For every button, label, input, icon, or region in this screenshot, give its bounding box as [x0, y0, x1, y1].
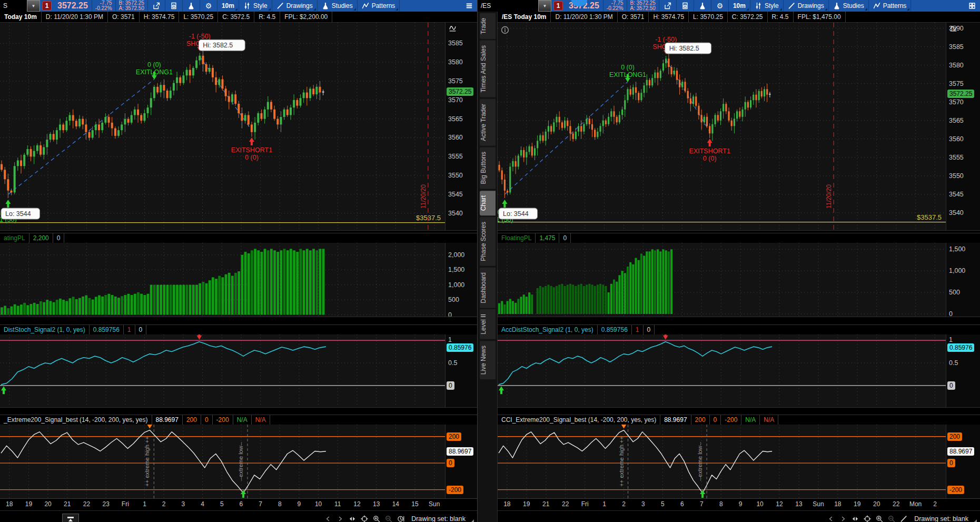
- cci-hi: 200: [691, 415, 710, 425]
- timeframe-button[interactable]: 10m: [217, 0, 239, 12]
- symbol-dropdown-button[interactable]: ▼: [538, 0, 551, 12]
- last-price: 3572.25: [54, 0, 92, 12]
- sidebar-tab-trade[interactable]: Trade: [480, 13, 496, 39]
- symbol-box[interactable]: S▼: [0, 0, 40, 12]
- signal-label: 0 (0): [621, 64, 635, 71]
- study-label-floatingpl[interactable]: FloatingPL: [498, 233, 536, 243]
- price-tick: 3565: [448, 115, 463, 123]
- price-chart-left[interactable]: $3537.511/20/20LONG11 (50)0 (0)EXITLONG1…: [0, 23, 445, 230]
- symbol-input[interactable]: S: [0, 0, 27, 12]
- menu-drawings-button[interactable]: Drawings: [272, 0, 317, 12]
- sidebar-tab-dashboard[interactable]: Dashboard: [480, 268, 496, 308]
- last-price-badge: 3572.25: [447, 87, 473, 96]
- menu-patterns-button[interactable]: Patterns: [869, 0, 911, 12]
- time-label: 18: [6, 500, 13, 508]
- time-axis-right[interactable]: 18192122Fri12356789101213Sun18192022Mon2: [498, 498, 980, 510]
- note-button[interactable]: [165, 0, 182, 12]
- menu-label: Style: [253, 2, 268, 9]
- cci-axis-left[interactable]: 20088.96970-200: [445, 425, 477, 498]
- cci-axis-right[interactable]: 20088.96970-200: [946, 425, 980, 498]
- grid-icon: [968, 2, 976, 9]
- sidebar-tab-level-ii[interactable]: Level II: [480, 309, 496, 339]
- stoch-chart-right[interactable]: [498, 334, 946, 407]
- toolbar-end-button[interactable]: [964, 0, 980, 12]
- floatingpl-axis-right[interactable]: 1,5001,0005000: [946, 243, 980, 317]
- stoch-axis-right[interactable]: 10.50.859760: [946, 334, 980, 407]
- bid-ask: B: 3572.25A: 3572.50: [116, 0, 147, 12]
- price-tick: 3560: [448, 133, 463, 142]
- gear-icon: ⚙: [205, 2, 212, 9]
- drawing-set-selector[interactable]: Drawing set: blank: [914, 515, 973, 522]
- toolbar-end-button[interactable]: [461, 0, 477, 12]
- extreme-label: --extreme low--: [697, 442, 703, 481]
- pan-left-button[interactable]: [324, 515, 332, 522]
- pencil-button[interactable]: [900, 515, 907, 522]
- timeframe-button[interactable]: 10m: [729, 0, 750, 12]
- pan-both-button[interactable]: [349, 515, 356, 522]
- symbol-box[interactable]: /ES▼: [478, 0, 551, 12]
- chart-info-icon[interactable]: [501, 26, 509, 36]
- pl-tick: 1,500: [949, 245, 965, 253]
- menu-style-button[interactable]: Style: [239, 0, 272, 12]
- flask-button[interactable]: [694, 0, 711, 12]
- note-button[interactable]: [677, 0, 694, 12]
- stoch-tick: 1: [949, 336, 953, 344]
- floatingpl-chart-right[interactable]: [498, 243, 946, 317]
- share-button[interactable]: [148, 0, 165, 12]
- flask-button[interactable]: [183, 0, 200, 12]
- menu-patterns-button[interactable]: Patterns: [358, 0, 400, 12]
- pan-right-button[interactable]: [336, 515, 344, 522]
- study-label-stoch[interactable]: DistStoch_Signal2 (1, 0, yes): [0, 325, 90, 334]
- pan-both-icon: [852, 515, 859, 522]
- study-label-cci[interactable]: CCI_Extreme200_Signal_best (14, -200, 20…: [498, 415, 660, 425]
- pan-left-button[interactable]: [827, 515, 835, 522]
- price-tick: 3555: [448, 152, 463, 161]
- pan-right-button[interactable]: [839, 515, 847, 522]
- sidebar-tab-phase-scores[interactable]: Phase Scores: [480, 217, 496, 266]
- time-label: 21: [542, 500, 549, 508]
- crosshair-button[interactable]: [864, 515, 871, 522]
- sidebar-tab-live-news[interactable]: Live News: [480, 341, 496, 379]
- price-chart-right[interactable]: $3537.511/20/20LONG11 (50)0 (0)EXITLONG1…: [498, 23, 946, 230]
- study-label-cci[interactable]: _Extreme200_Signal_best (14, -200, 200, …: [0, 415, 152, 425]
- symbol-dropdown-button[interactable]: ▼: [27, 0, 40, 12]
- menu-studies-button[interactable]: Studies: [318, 0, 357, 12]
- sliders-icon: [243, 2, 251, 9]
- zoom-out-button[interactable]: [888, 515, 895, 522]
- menu-drawings-button[interactable]: Drawings: [784, 0, 828, 12]
- menu-style-button[interactable]: Style: [750, 0, 783, 12]
- date-line-label: 11/20/20: [825, 184, 833, 209]
- sidebar-tab-chart[interactable]: Chart: [480, 191, 496, 215]
- panel-collapse-button[interactable]: [62, 514, 79, 522]
- share-button[interactable]: [659, 0, 676, 12]
- zoom-out-button[interactable]: [385, 515, 392, 522]
- signal-label: EXITSHORT1: [231, 146, 272, 154]
- stoch-chart-left[interactable]: [0, 334, 445, 407]
- study-label-stoch[interactable]: AccDistStoch_Signal2 (1, 0, yes): [498, 325, 598, 334]
- floatingpl-zero: 0: [53, 233, 65, 243]
- floatingpl-axis-left[interactable]: 2,0001,5001,0005000: [445, 243, 477, 317]
- gear-button[interactable]: ⚙: [711, 0, 728, 12]
- symbol-input[interactable]: /ES: [478, 0, 538, 12]
- price-axis-left[interactable]: 3585358035753570356535603555355035453540…: [445, 23, 477, 230]
- time-axis-left[interactable]: 181920212223Fri123456789101112131415Sun: [0, 498, 477, 510]
- sidebar-tab-times-and-sales[interactable]: Times And Sales: [480, 41, 496, 97]
- price-axis-right[interactable]: 3590358535803575357035653560355535503545…: [946, 23, 980, 230]
- cci-chart-left[interactable]: ++ extreme high ++--extreme low--: [0, 425, 445, 498]
- drawing-set-selector[interactable]: Drawing set: blank: [411, 515, 470, 522]
- zoom-in-button[interactable]: [876, 515, 883, 522]
- stoch-axis-left[interactable]: 10.50.859760: [445, 334, 477, 407]
- crosshair-button[interactable]: [361, 515, 368, 522]
- menu-studies-button[interactable]: Studies: [829, 0, 868, 12]
- zoom-in-button[interactable]: [373, 515, 380, 522]
- study-label-floatingpl[interactable]: atingPL: [0, 233, 29, 243]
- pan-both-button[interactable]: [852, 515, 859, 522]
- chart-style-icon[interactable]: [449, 24, 457, 34]
- sidebar-tab-active-trader[interactable]: Active Trader: [480, 99, 496, 146]
- clock-button[interactable]: [397, 515, 404, 522]
- price-tick: 3570: [949, 98, 964, 106]
- gear-button[interactable]: ⚙: [200, 0, 217, 12]
- floatingpl-chart-left[interactable]: [0, 243, 445, 317]
- cci-chart-right[interactable]: ++ extreme high ++--extreme low--: [498, 425, 946, 498]
- sidebar-tab-big-buttons[interactable]: Big Buttons: [480, 147, 496, 189]
